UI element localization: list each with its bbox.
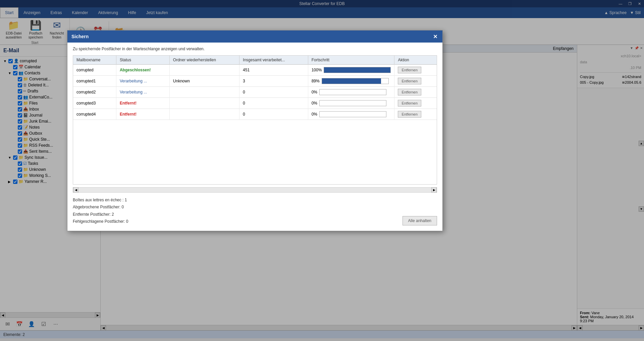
cell-status-3: Entfernt!	[116, 98, 169, 109]
aborted-value: 0	[121, 205, 124, 209]
cell-progress-1: 89%	[308, 76, 394, 87]
removed-value: 2	[112, 212, 114, 217]
cell-total-1: 3	[239, 76, 308, 87]
pct-1: 89%	[312, 79, 320, 83]
summary-aborted: Abgebrochene Postfächer: 0	[73, 204, 128, 211]
table-body: corrupted Abgeschlossen! 451 100%	[73, 65, 437, 120]
cell-progress-3: 0%	[308, 98, 394, 109]
failed-label: Boîtes aux lettres en échec :	[73, 198, 123, 202]
modal-body: Zu speichernde Postfächer in der Wartesc…	[67, 43, 442, 231]
failed-value: 1	[125, 198, 127, 202]
removed-label: Entfernte Postfächer:	[73, 212, 111, 217]
cell-folders-4	[169, 109, 239, 120]
cell-status-1: Verarbeitung ...	[116, 76, 169, 87]
cell-name-1: corrupted1	[73, 76, 116, 87]
table-row: corrupted4 Entfernt! 0 0%	[73, 109, 437, 120]
hscroll-track	[78, 188, 431, 192]
hscroll-right-btn[interactable]: ▶	[431, 187, 437, 193]
col-ordner[interactable]: Ordner wiederherstellen	[169, 56, 239, 65]
cell-progress-2: 0%	[308, 87, 394, 98]
cell-folders-1: Unknown	[169, 76, 239, 87]
progress-bar-4	[319, 111, 386, 117]
table-row: corrupted1 Verarbeitung ... Unknown 3 89…	[73, 76, 437, 87]
hscroll-left-btn[interactable]: ◀	[73, 187, 78, 193]
alle-anhalten-button[interactable]: Alle anhalten	[402, 216, 437, 225]
aborted-label: Abgebrochene Postfächer:	[73, 205, 120, 209]
progress-fill-0	[324, 67, 390, 73]
pct-2: 0%	[312, 90, 317, 94]
entfernen-btn-1[interactable]: Entfernen	[398, 78, 421, 84]
error-value: 0	[126, 219, 128, 224]
table-row: corrupted Abgeschlossen! 451 100%	[73, 65, 437, 76]
cell-total-0: 451	[239, 65, 308, 76]
col-insgesamt[interactable]: Insgesamt verarbeitet...	[239, 56, 308, 65]
modal-overlay: Sichern ✕ Zu speichernde Postfächer in d…	[0, 0, 644, 341]
cell-progress-4: 0%	[308, 109, 394, 120]
cell-status-2: Verarbeitung ...	[116, 87, 169, 98]
cell-action-1: Entfernen	[394, 76, 437, 87]
progress-bar-0	[324, 67, 391, 73]
progress-bar-1	[322, 78, 389, 84]
modal-close-button[interactable]: ✕	[432, 33, 438, 40]
progress-bar-2	[319, 89, 386, 95]
pct-0: 100%	[312, 68, 322, 72]
status-label-3: Entfernt!	[120, 101, 137, 106]
col-mailboxname[interactable]: Mailboxname	[73, 56, 116, 65]
col-aktion[interactable]: Aktion	[394, 56, 437, 65]
progress-fill-1	[322, 78, 381, 84]
summary-error: Fehlgeschlagene Postfächer: 0	[73, 218, 128, 225]
summary-failed: Boîtes aux lettres en échec : 1	[73, 197, 128, 204]
cell-name-0: corrupted	[73, 65, 116, 76]
table-row: corrupted2 Verarbeitung ... 0 0%	[73, 87, 437, 98]
summary-removed: Entfernte Postfächer: 2	[73, 211, 128, 218]
cell-total-3: 0	[239, 98, 308, 109]
col-fortschritt[interactable]: Fortschritt	[308, 56, 394, 65]
cell-total-4: 0	[239, 109, 308, 120]
cell-name-2: corrupted2	[73, 87, 116, 98]
status-label-4: Entfernt!	[120, 112, 137, 117]
error-label: Fehlgeschlagene Postfächer:	[73, 219, 125, 224]
table-row: corrupted3 Entfernt! 0 0%	[73, 98, 437, 109]
entfernen-btn-3[interactable]: Entfernen	[398, 100, 421, 107]
table-scroll-area[interactable]: Mailboxname Status Ordner wiederherstell…	[73, 55, 437, 185]
cell-total-2: 0	[239, 87, 308, 98]
cell-action-4: Entfernen	[394, 109, 437, 120]
modal-hscroll[interactable]: ◀ ▶	[73, 187, 437, 193]
modal-description: Zu speichernde Postfächer in der Wartesc…	[73, 47, 437, 51]
cell-folders-2	[169, 87, 239, 98]
modal-header: Sichern ✕	[67, 30, 442, 43]
modal-summary: Boîtes aux lettres en échec : 1 Abgebroc…	[73, 195, 437, 227]
cell-progress-0: 100%	[308, 65, 394, 76]
entfernen-btn-0[interactable]: Entfernen	[398, 67, 421, 73]
col-status[interactable]: Status	[116, 56, 169, 65]
progress-bar-3	[319, 100, 386, 106]
status-label-1: Verarbeitung ...	[120, 79, 147, 83]
cell-action-2: Entfernen	[394, 87, 437, 98]
cell-status-4: Entfernt!	[116, 109, 169, 120]
cell-folders-3	[169, 98, 239, 109]
pct-3: 0%	[312, 101, 317, 106]
cell-name-4: corrupted4	[73, 109, 116, 120]
cell-status-0: Abgeschlossen!	[116, 65, 169, 76]
status-label-0: Abgeschlossen!	[120, 68, 151, 72]
table-header: Mailboxname Status Ordner wiederherstell…	[73, 56, 437, 65]
modal-dialog: Sichern ✕ Zu speichernde Postfächer in d…	[67, 30, 443, 231]
modal-title: Sichern	[71, 34, 89, 39]
cell-name-3: corrupted3	[73, 98, 116, 109]
status-label-2: Verarbeitung ...	[120, 90, 147, 94]
entfernen-btn-4[interactable]: Entfernen	[398, 111, 421, 118]
entfernen-btn-2[interactable]: Entfernen	[398, 89, 421, 95]
cell-action-0: Entfernen	[394, 65, 437, 76]
mailbox-table: Mailboxname Status Ordner wiederherstell…	[73, 56, 437, 120]
pct-4: 0%	[312, 112, 317, 117]
cell-folders-0	[169, 65, 239, 76]
cell-action-3: Entfernen	[394, 98, 437, 109]
summary-block: Boîtes aux lettres en échec : 1 Abgebroc…	[73, 197, 128, 225]
